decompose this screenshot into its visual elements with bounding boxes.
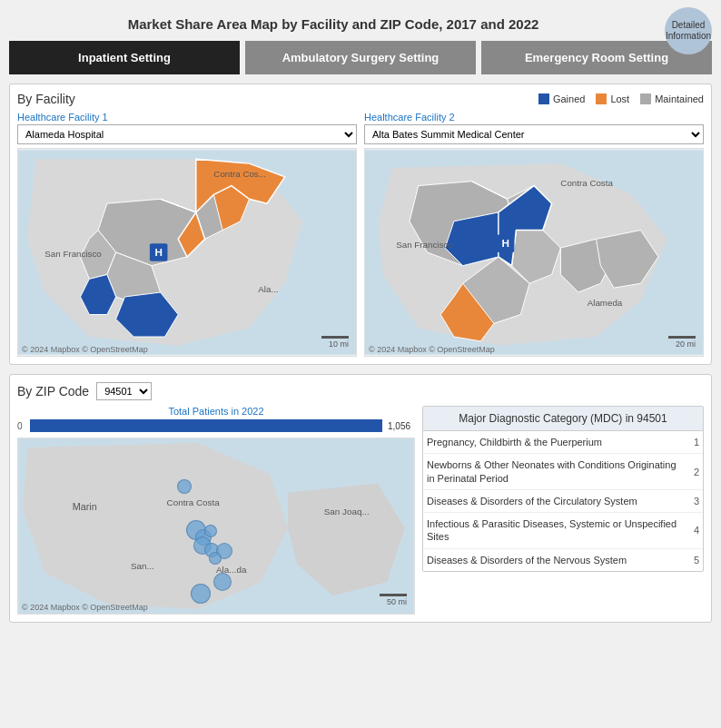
tab-inpatient[interactable]: Inpatient Setting — [9, 41, 240, 74]
mdc-row-1: Pregnancy, Childbirth & the Puerperium 1 — [423, 431, 703, 454]
legend-maintained-label: Maintained — [655, 93, 704, 104]
dot-marker-9 — [213, 573, 232, 591]
facility2-label: Healthcare Facility 2 — [364, 112, 704, 123]
map1-container: H San Francisco Contra Cos... Ala... © 2… — [17, 148, 357, 357]
by-facility-title: By Facility — [17, 92, 75, 106]
svg-text:H: H — [501, 237, 509, 249]
map-panel-1: Healthcare Facility 1 Alameda Hospital — [17, 112, 357, 357]
tab-ambulatory[interactable]: Ambulatory Surgery Setting — [245, 41, 476, 74]
svg-text:Alameda: Alameda — [588, 298, 623, 308]
by-facility-section: By Facility Gained Lost Maintained H — [9, 84, 712, 365]
map-panel-2: Healthcare Facility 2 Alta Bates Summit … — [364, 112, 704, 357]
map1-scale: 10 mi — [321, 336, 349, 349]
legend-gained: Gained — [538, 93, 585, 104]
legend-maintained: Maintained — [640, 93, 704, 104]
detailed-info-button[interactable]: Detailed Information — [665, 7, 712, 54]
zip-header: By ZIP Code 94501 — [17, 382, 704, 400]
facility2-select[interactable]: Alta Bates Summit Medical Center — [364, 124, 704, 144]
svg-text:San Francisco: San Francisco — [396, 240, 453, 250]
by-facility-header: By Facility Gained Lost Maintained — [17, 92, 704, 106]
tabs-row: Inpatient Setting Ambulatory Surgery Set… — [9, 41, 712, 74]
mdc-row-4: Infectious & Parasitic Diseases, Systemi… — [423, 513, 703, 549]
facility1-select[interactable]: Alameda Hospital — [17, 124, 357, 144]
zip-select[interactable]: 94501 — [96, 382, 152, 400]
progress-bar-fill — [30, 419, 382, 432]
svg-text:Contra Costa: Contra Costa — [560, 178, 613, 188]
by-zip-section: By ZIP Code 94501 Total Patients in 2022… — [9, 374, 712, 623]
svg-text:Marin: Marin — [73, 501, 97, 512]
map2-scale: 20 mi — [668, 336, 696, 349]
by-zip-title: By ZIP Code — [17, 384, 89, 398]
zip-map-scale-bar — [380, 594, 407, 596]
progress-min: 0 — [17, 421, 25, 431]
progress-row: 0 1,056 — [17, 419, 415, 432]
svg-text:Contra Cos...: Contra Cos... — [213, 169, 266, 179]
legend-gained-label: Gained — [553, 93, 585, 104]
legend-maintained-dot — [640, 93, 651, 104]
map2-container: H San Francisco Contra Costa Alameda © 2… — [364, 148, 704, 357]
total-patients-label: Total Patients in 2022 — [17, 406, 415, 417]
svg-text:San Joaq...: San Joaq... — [324, 507, 370, 516]
mdc-desc-5: Diseases & Disorders of the Nervous Syst… — [427, 554, 681, 566]
svg-text:San...: San... — [131, 561, 154, 571]
dot-marker-10 — [191, 584, 211, 604]
dot-marker-1 — [177, 479, 192, 494]
legend: Gained Lost Maintained — [538, 93, 704, 104]
svg-text:H: H — [154, 246, 162, 258]
svg-text:San Francisco: San Francisco — [44, 249, 102, 259]
mdc-num-5: 5 — [681, 555, 699, 566]
zip-content: Total Patients in 2022 0 1,056 — [17, 406, 704, 615]
dot-marker-4 — [204, 525, 217, 537]
zip-map-container: Marin Contra Costa San Joaq... San... Al… — [17, 438, 415, 615]
map2-scale-bar — [668, 336, 696, 339]
page-title: Market Share Area Map by Facility and ZI… — [9, 16, 712, 32]
mdc-desc-4: Infectious & Parasitic Diseases, Systemi… — [427, 517, 681, 544]
legend-lost-dot — [596, 93, 607, 104]
maps-row: Healthcare Facility 1 Alameda Hospital — [17, 112, 704, 357]
facility2-select-row: Alta Bates Summit Medical Center — [364, 124, 704, 144]
map1-attribution: © 2024 Mapbox © OpenStreetMap — [22, 345, 148, 354]
mdc-desc-3: Diseases & Disorders of the Circulatory … — [427, 495, 681, 507]
mdc-row-5: Diseases & Disorders of the Nervous Syst… — [423, 549, 703, 571]
map2-attribution: © 2024 Mapbox © OpenStreetMap — [369, 345, 495, 354]
page-container: Market Share Area Map by Facility and ZI… — [0, 0, 721, 641]
progress-bar-bg — [30, 419, 382, 432]
mdc-row-2: Newborns & Other Neonates with Condition… — [423, 454, 703, 490]
zip-data-side: Major Diagnostic Category (MDC) in 94501… — [422, 406, 704, 615]
legend-gained-dot — [538, 93, 549, 104]
mdc-title: Major Diagnostic Category (MDC) in 94501 — [423, 407, 703, 431]
facility1-select-row: Alameda Hospital — [17, 124, 357, 144]
mdc-num-4: 4 — [681, 525, 699, 536]
dot-marker-8 — [209, 552, 222, 565]
svg-text:Ala...: Ala... — [258, 284, 278, 294]
zip-map-attribution: © 2024 Mapbox © OpenStreetMap — [22, 603, 148, 612]
zip-map-side: Total Patients in 2022 0 1,056 — [17, 406, 415, 615]
mdc-num-2: 2 — [681, 467, 699, 477]
legend-lost: Lost — [596, 93, 629, 104]
facility1-label: Healthcare Facility 1 — [17, 112, 357, 123]
map1-scale-bar — [321, 336, 349, 339]
mdc-num-1: 1 — [681, 437, 699, 448]
mdc-container: Major Diagnostic Category (MDC) in 94501… — [422, 406, 704, 572]
legend-lost-label: Lost — [610, 93, 629, 104]
mdc-desc-1: Pregnancy, Childbirth & the Puerperium — [427, 436, 681, 448]
progress-value: 1,056 — [388, 421, 415, 431]
svg-text:Contra Costa: Contra Costa — [167, 497, 221, 507]
mdc-desc-2: Newborns & Other Neonates with Condition… — [427, 458, 681, 485]
zip-map-scale: 50 mi — [380, 594, 407, 606]
mdc-num-3: 3 — [681, 496, 699, 507]
mdc-row-3: Diseases & Disorders of the Circulatory … — [423, 490, 703, 513]
